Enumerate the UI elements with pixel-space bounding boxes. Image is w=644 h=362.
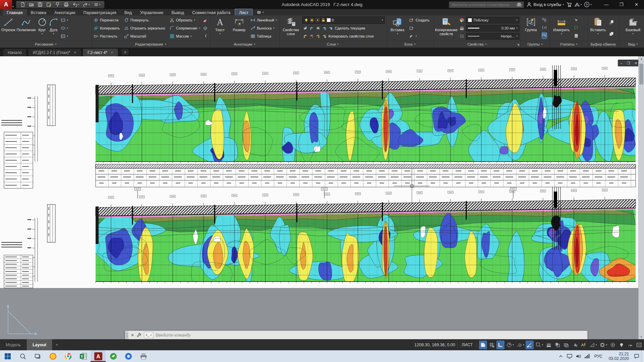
graphics-performance-icon[interactable] bbox=[626, 341, 634, 349]
close-button[interactable]: ✕ bbox=[629, 0, 644, 9]
lineweight-dropdown[interactable]: 0.30 мм▾ bbox=[466, 25, 520, 32]
layer-dropdown[interactable]: 0 ▾ bbox=[302, 16, 385, 24]
panel-label-utilities[interactable]: Утилиты▾ bbox=[550, 41, 587, 48]
paper-model-toggle-icon[interactable] bbox=[479, 341, 487, 349]
selection-cycling-icon[interactable] bbox=[562, 341, 570, 349]
array-button[interactable]: Массив▾ bbox=[169, 33, 201, 40]
taskbar-search-icon[interactable] bbox=[15, 350, 30, 362]
plot-icon[interactable] bbox=[55, 2, 60, 7]
layer-properties-button[interactable]: Свойства слоя bbox=[281, 16, 301, 40]
panel-label-block[interactable]: Блок▾ bbox=[386, 41, 433, 48]
action-center-icon[interactable] bbox=[632, 350, 641, 362]
drawing-area[interactable]: – ❐ ✕ ▲ ▼ ✕ >_▾ Введите команду bbox=[0, 56, 644, 339]
panel-label-properties[interactable]: Свойства▾ bbox=[434, 41, 520, 48]
copy-clip-icon[interactable] bbox=[609, 32, 614, 36]
tab-upravlenie[interactable]: Управление bbox=[136, 9, 167, 15]
isodraft-icon[interactable]: ▾ bbox=[516, 341, 525, 349]
edit-attributes-button[interactable] bbox=[409, 24, 430, 32]
base-view-button[interactable]: Базовый▾ bbox=[623, 16, 643, 40]
tab-vstavka[interactable]: Вставка bbox=[27, 9, 50, 15]
command-close-icon[interactable]: ✕ bbox=[128, 333, 137, 338]
linetype-dropdown[interactable]: Непре...▾ bbox=[466, 33, 520, 40]
ribbon-display-toggle[interactable]: ▾ bbox=[257, 9, 264, 15]
tab-annotacii[interactable]: Аннотации bbox=[50, 9, 79, 15]
hidden-icons-chevron[interactable] bbox=[556, 350, 565, 362]
tab-parametrizaciya[interactable]: Параметризация bbox=[79, 9, 120, 15]
model-tab[interactable]: Модель bbox=[0, 339, 27, 350]
color-dropdown[interactable]: ПоБлоку▾ bbox=[466, 17, 520, 23]
make-current-button[interactable]: Сделать текущим bbox=[302, 24, 385, 32]
line-button[interactable]: Отрезок bbox=[1, 16, 15, 40]
mirror-button[interactable]: Отразить зеркально bbox=[123, 24, 168, 32]
linear-dim-button[interactable]: Линейный▾ bbox=[250, 16, 278, 24]
open-file-icon[interactable] bbox=[29, 2, 34, 7]
app-store-cart-icon[interactable] bbox=[566, 2, 572, 7]
excel-icon[interactable] bbox=[75, 350, 91, 362]
create-block-button[interactable]: Создать bbox=[409, 16, 430, 24]
app-green-icon[interactable] bbox=[106, 350, 121, 362]
annotation-monitor-icon[interactable] bbox=[609, 341, 617, 349]
fillet-button[interactable]: Сопряжение▾ bbox=[169, 24, 201, 32]
scroll-up-icon[interactable]: ▲ bbox=[639, 56, 644, 61]
scale-button[interactable]: Масштаб bbox=[123, 33, 168, 40]
language-indicator[interactable]: РУС bbox=[591, 354, 605, 359]
ungroup-icon[interactable] bbox=[542, 18, 547, 22]
stretch-button[interactable]: Растянуть bbox=[93, 33, 122, 40]
manage-attributes-button[interactable]: ▾ bbox=[409, 33, 430, 40]
firefox-icon[interactable] bbox=[45, 350, 60, 362]
save-icon[interactable] bbox=[38, 2, 43, 7]
doc-tab-igdi[interactable]: ИГДИ2.2-Г.1 (План)*✕ bbox=[28, 48, 82, 56]
start-button[interactable] bbox=[0, 350, 15, 362]
sign-in-menu[interactable]: Вход в службы▾ bbox=[526, 2, 564, 7]
help-menu[interactable]: ?▾ bbox=[584, 2, 592, 7]
copy-button[interactable]: Копировать bbox=[93, 24, 122, 32]
panel-label-annotation[interactable]: Аннотации▾ bbox=[210, 41, 279, 48]
measure-button[interactable]: Измерить▾ bbox=[551, 16, 572, 40]
restore-button[interactable]: ❐ bbox=[614, 0, 629, 9]
trim-button[interactable]: Обрезать▾ bbox=[169, 16, 201, 24]
autocad-taskbar-icon[interactable]: A bbox=[91, 350, 106, 362]
quick-calc-icon[interactable] bbox=[574, 34, 579, 38]
panel-label-view[interactable]: Вид▾ bbox=[619, 41, 644, 48]
explode-icon[interactable] bbox=[203, 26, 208, 31]
snap-tracking-icon[interactable]: ▾ bbox=[534, 341, 544, 349]
erase-icon[interactable] bbox=[203, 18, 208, 23]
new-layout-button[interactable]: + bbox=[52, 339, 62, 350]
annotation-visibility-icon[interactable]: A bbox=[571, 341, 579, 349]
tab-glavnaya[interactable]: Главная bbox=[3, 9, 27, 15]
help-search-box[interactable] bbox=[449, 1, 524, 8]
quick-select-icon[interactable] bbox=[574, 18, 579, 23]
polar-tracking-icon[interactable]: ▾ bbox=[505, 341, 515, 349]
properties-dialog-launcher-icon[interactable]: ◥ bbox=[517, 43, 519, 47]
leader-button[interactable]: Выноска▾ bbox=[250, 24, 278, 32]
doc-restore-icon[interactable]: ❐ bbox=[627, 61, 630, 65]
arc-button[interactable]: Дуга▾ bbox=[49, 16, 59, 40]
grid-display-icon[interactable] bbox=[488, 341, 496, 349]
autoscale-icon[interactable]: A bbox=[580, 341, 588, 349]
panel-label-layers[interactable]: Слои▾ bbox=[279, 41, 386, 48]
doc-minimize-icon[interactable]: – bbox=[621, 61, 623, 65]
dimension-button[interactable]: Размер bbox=[230, 16, 248, 40]
command-line-grip[interactable] bbox=[125, 331, 128, 339]
match-properties-button[interactable]: Копирование свойств bbox=[435, 16, 458, 40]
group-select-toggle-icon[interactable] bbox=[542, 33, 547, 37]
space-indicator[interactable]: ЛИСТ bbox=[460, 343, 474, 347]
application-menu-arrow-icon[interactable]: ▾ bbox=[12, 5, 14, 8]
panel-label-clipboard[interactable]: Буфер обмена bbox=[588, 41, 619, 48]
tab-vid[interactable]: Вид bbox=[120, 9, 136, 15]
linetype-row[interactable]: Непре...▾ bbox=[459, 33, 520, 40]
recent-commands-button[interactable]: >_▾ bbox=[144, 332, 153, 338]
cut-icon[interactable] bbox=[609, 20, 614, 24]
printer-app-icon[interactable] bbox=[136, 350, 151, 362]
search-input[interactable] bbox=[451, 2, 515, 7]
rectangle-button[interactable]: ▾ bbox=[60, 16, 69, 24]
group-edit-icon[interactable] bbox=[542, 25, 547, 30]
new-file-icon[interactable] bbox=[20, 2, 25, 7]
tab-sovmestnaya-rabota[interactable]: Совместная работа bbox=[188, 9, 234, 15]
command-settings-wrench-icon[interactable] bbox=[137, 333, 142, 338]
lineweight-display-icon[interactable] bbox=[545, 341, 553, 349]
workspace-gear-icon[interactable]: ▾ bbox=[598, 341, 608, 349]
display-tray-icon[interactable] bbox=[565, 350, 574, 362]
text-button[interactable]: A Текст▾ bbox=[211, 16, 228, 40]
group-button[interactable]: Группа bbox=[522, 16, 540, 40]
